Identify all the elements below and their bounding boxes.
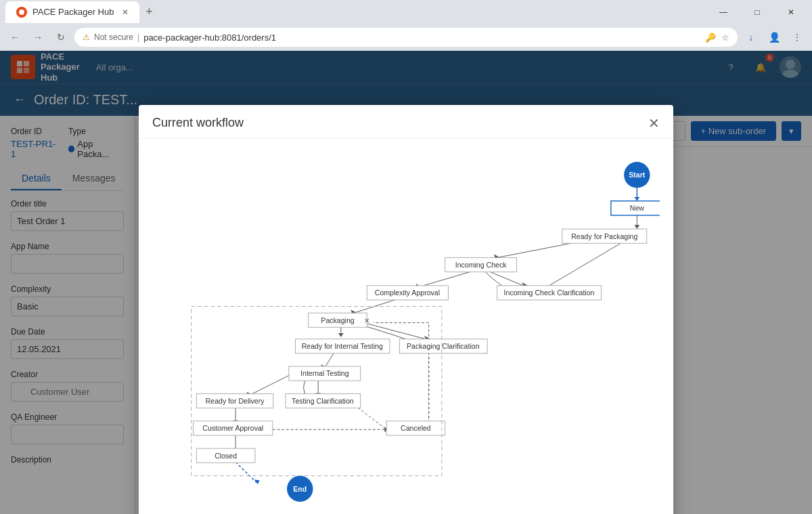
window-controls: — □ ✕: [708, 1, 807, 23]
security-warning: ⚠: [83, 33, 90, 42]
address-bar-row: ← → ↻ ⚠ Not secure | pace-packager-hub:8…: [0, 24, 812, 51]
svg-text:New: New: [630, 204, 645, 212]
lock-icon: 🔑: [705, 33, 716, 43]
browser-window: PACE Packager Hub ✕ + — □ ✕ ← → ↻ ⚠ Not …: [0, 0, 812, 514]
menu-icon[interactable]: ⋮: [788, 28, 807, 47]
svg-text:Ready for Packaging: Ready for Packaging: [571, 232, 637, 240]
address-bar-icons: 🔑 ☆: [705, 33, 729, 43]
svg-text:Ready for Internal Testing: Ready for Internal Testing: [302, 342, 383, 350]
svg-text:Complexity Approval: Complexity Approval: [375, 288, 440, 297]
tab-title: PACE Packager Hub: [32, 7, 114, 17]
tab-favicon: [16, 7, 27, 18]
back-button[interactable]: ←: [5, 28, 24, 47]
reload-button[interactable]: ↻: [51, 28, 70, 47]
svg-line-16: [487, 271, 523, 286]
svg-text:Internal Testing: Internal Testing: [300, 369, 349, 377]
app-container: PACE Packager Hub All orga... ? 🔔 6 ← Or: [0, 51, 812, 514]
svg-text:Packaging Clarification: Packaging Clarification: [407, 342, 480, 350]
svg-point-0: [19, 9, 24, 15]
svg-text:Canceled: Canceled: [401, 424, 431, 432]
tab-bar: PACE Packager Hub ✕ +: [5, 0, 158, 24]
maximize-button[interactable]: □: [742, 1, 773, 23]
svg-marker-8: [635, 197, 640, 201]
svg-text:Ready for Delivery: Ready for Delivery: [206, 397, 265, 405]
modal-body: Start New Ready for Packaging Incoming C…: [139, 139, 673, 514]
title-bar: PACE Packager Hub ✕ + — □ ✕: [0, 0, 812, 24]
modal-overlay[interactable]: Current workflow ✕: [0, 51, 812, 514]
tab-close-btn[interactable]: ✕: [122, 7, 129, 17]
svg-text:Incoming Check Clarification: Incoming Check Clarification: [504, 288, 595, 297]
active-tab[interactable]: PACE Packager Hub ✕: [5, 1, 139, 23]
minimize-button[interactable]: —: [708, 1, 739, 23]
svg-line-28: [250, 375, 290, 395]
svg-text:✕: ✕: [364, 317, 369, 324]
new-tab-button[interactable]: +: [139, 3, 158, 22]
svg-text:Customer Approval: Customer Approval: [202, 424, 263, 432]
svg-text:Closed: Closed: [215, 452, 237, 460]
url-text: pace-packager-hub:8081/orders/1: [143, 33, 276, 43]
svg-line-14: [419, 271, 474, 287]
svg-marker-21: [338, 333, 344, 337]
modal-close-button[interactable]: ✕: [648, 116, 660, 130]
close-window-button[interactable]: ✕: [775, 1, 807, 23]
svg-text:Testing Clarification: Testing Clarification: [292, 397, 354, 405]
address-bar[interactable]: ⚠ Not secure | pace-packager-hub:8081/or…: [74, 28, 738, 47]
download-icon: ↓: [742, 28, 761, 47]
forward-button[interactable]: →: [28, 28, 47, 47]
svg-marker-10: [635, 225, 640, 229]
bookmark-icon[interactable]: ☆: [721, 33, 729, 43]
security-text: Not secure: [94, 33, 133, 42]
svg-text:Incoming Check: Incoming Check: [455, 261, 507, 269]
workflow-modal: Current workflow ✕: [139, 105, 673, 514]
modal-title: Current workflow: [152, 116, 244, 130]
svg-line-22: [364, 323, 426, 339]
profile-icon[interactable]: 👤: [765, 28, 784, 47]
svg-line-24: [325, 352, 334, 368]
modal-header: Current workflow ✕: [139, 105, 673, 139]
workflow-diagram: Start New Ready for Packaging Incoming C…: [152, 150, 660, 514]
svg-line-34: [235, 462, 256, 482]
svg-text:Start: Start: [629, 171, 646, 179]
svg-marker-35: [254, 479, 260, 484]
svg-text:Packaging: Packaging: [321, 316, 354, 324]
svg-text:End: End: [293, 485, 307, 493]
svg-line-13: [549, 243, 621, 286]
